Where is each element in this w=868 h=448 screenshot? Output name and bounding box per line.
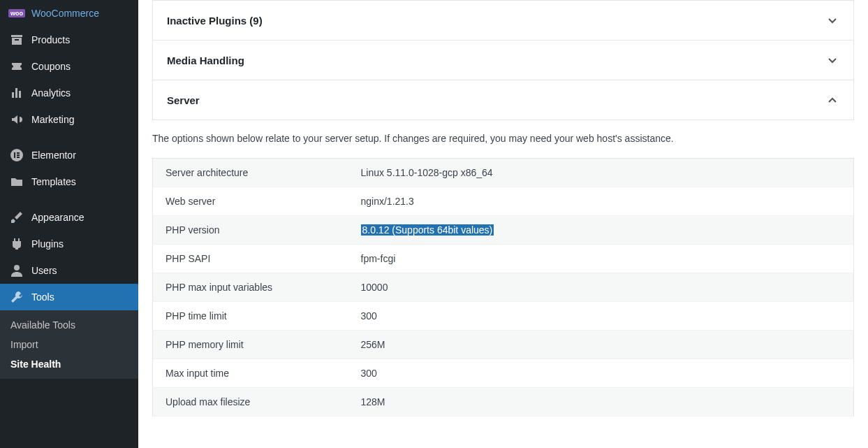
sidebar-item-label: Marketing — [31, 114, 74, 125]
woo-icon: woo — [9, 6, 24, 20]
table-row: Web servernginx/1.21.3 — [153, 187, 854, 216]
sidebar-item-products[interactable]: Products — [0, 27, 138, 53]
chart-bar-icon — [9, 86, 24, 100]
row-label: Upload max filesize — [153, 388, 348, 417]
submenu-import[interactable]: Import — [0, 335, 138, 354]
row-value: 128M — [348, 388, 854, 417]
sidebar-item-label: Coupons — [31, 61, 71, 72]
user-icon — [9, 263, 24, 277]
table-row: PHP memory limit256M — [153, 331, 854, 359]
row-value: 300 — [348, 302, 854, 331]
sidebar-item-templates[interactable]: Templates — [0, 168, 138, 195]
folder-icon — [9, 175, 24, 189]
sidebar-item-analytics[interactable]: Analytics — [0, 80, 138, 106]
sidebar-item-label: Products — [31, 34, 70, 45]
accordion-title: Media Handling — [167, 55, 244, 66]
row-label: Web server — [153, 187, 348, 216]
main-content: Inactive Plugins (9) Media Handling Serv… — [138, 0, 868, 448]
sidebar-item-label: Appearance — [31, 212, 84, 223]
row-label: Max input time — [153, 359, 348, 388]
row-label: Server architecture — [153, 159, 348, 187]
table-row: Max input time300 — [153, 359, 854, 388]
row-value: 300 — [348, 359, 854, 388]
chevron-up-icon — [825, 93, 839, 107]
menu-separator — [0, 133, 138, 142]
sidebar-item-label: Analytics — [31, 87, 71, 99]
row-value: 8.0.12 (Supports 64bit values) — [348, 216, 854, 245]
row-label: PHP memory limit — [153, 331, 348, 359]
sidebar-item-tools[interactable]: Tools — [0, 284, 138, 310]
server-info-table: Server architectureLinux 5.11.0-1028-gcp… — [152, 158, 854, 417]
sidebar-item-label: Templates — [31, 176, 76, 187]
admin-sidebar: woo WooCommerce Products Coupons Analyti… — [0, 0, 138, 448]
table-row: PHP max input variables10000 — [153, 273, 854, 302]
table-row: PHP version8.0.12 (Supports 64bit values… — [153, 216, 854, 245]
highlighted-value: 8.0.12 (Supports 64bit values) — [361, 224, 494, 236]
accordion-server[interactable]: Server — [153, 80, 853, 120]
wrench-icon — [9, 290, 24, 304]
row-label: PHP max input variables — [153, 273, 348, 302]
row-label: PHP time limit — [153, 302, 348, 331]
table-row: PHP SAPIfpm-fcgi — [153, 245, 854, 273]
megaphone-icon — [9, 113, 24, 127]
sidebar-item-label: Plugins — [31, 238, 64, 250]
row-label: PHP version — [153, 216, 348, 245]
sidebar-item-label: WooCommerce — [31, 8, 99, 19]
row-value: 256M — [348, 331, 854, 359]
sidebar-item-label: Elementor — [31, 150, 76, 161]
row-value: 10000 — [348, 273, 854, 302]
sidebar-item-woocommerce[interactable]: woo WooCommerce — [0, 0, 138, 27]
ticket-icon — [9, 59, 24, 73]
sidebar-item-label: Users — [31, 265, 57, 276]
server-panel: The options shown below relate to your s… — [152, 120, 854, 429]
table-row: Server architectureLinux 5.11.0-1028-gcp… — [153, 159, 854, 187]
sidebar-item-users[interactable]: Users — [0, 257, 138, 284]
archive-icon — [9, 33, 24, 47]
row-value: fpm-fcgi — [348, 245, 854, 273]
sidebar-item-coupons[interactable]: Coupons — [0, 53, 138, 80]
svg-point-1 — [14, 265, 20, 270]
row-label: PHP SAPI — [153, 245, 348, 273]
menu-separator — [0, 195, 138, 204]
accordion-title: Inactive Plugins (9) — [167, 15, 263, 27]
plugin-icon — [9, 237, 24, 251]
row-value: nginx/1.21.3 — [348, 187, 854, 216]
sidebar-item-plugins[interactable]: Plugins — [0, 231, 138, 257]
server-description: The options shown below relate to your s… — [152, 133, 854, 144]
submenu-available-tools[interactable]: Available Tools — [0, 315, 138, 335]
sidebar-item-label: Tools — [31, 291, 54, 303]
table-row: PHP time limit300 — [153, 302, 854, 331]
submenu-site-health[interactable]: Site Health — [0, 354, 138, 374]
site-health-accordion: Inactive Plugins (9) Media Handling Serv… — [152, 0, 854, 120]
row-value: Linux 5.11.0-1028-gcp x86_64 — [348, 159, 854, 187]
accordion-inactive-plugins[interactable]: Inactive Plugins (9) — [153, 1, 853, 41]
accordion-title: Server — [167, 94, 200, 106]
chevron-down-icon — [825, 13, 839, 27]
tools-submenu: Available Tools Import Site Health — [0, 310, 138, 379]
chevron-down-icon — [825, 53, 839, 67]
sidebar-item-appearance[interactable]: Appearance — [0, 204, 138, 231]
elementor-icon — [9, 148, 24, 162]
sidebar-item-elementor[interactable]: Elementor — [0, 142, 138, 168]
accordion-media-handling[interactable]: Media Handling — [153, 41, 853, 80]
table-row: Upload max filesize128M — [153, 388, 854, 417]
brush-icon — [9, 210, 24, 224]
sidebar-item-marketing[interactable]: Marketing — [0, 106, 138, 133]
